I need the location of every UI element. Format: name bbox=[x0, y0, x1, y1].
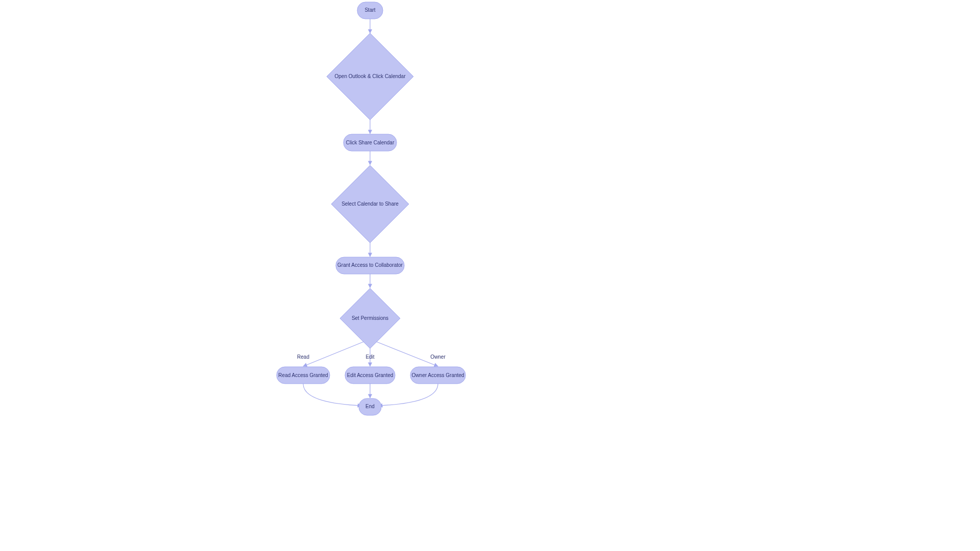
node-end-label: End bbox=[365, 404, 375, 409]
node-grant-access: Grant Access to Collaborator bbox=[336, 257, 404, 274]
node-edit-granted-label: Edit Access Granted bbox=[347, 372, 394, 378]
node-start: Start bbox=[357, 2, 383, 19]
node-click-share-label: Click Share Calendar bbox=[346, 140, 395, 145]
node-click-share: Click Share Calendar bbox=[344, 134, 397, 151]
node-owner-granted: Owner Access Granted bbox=[410, 367, 465, 384]
edge-label-owner: Owner bbox=[430, 354, 446, 360]
node-set-permissions-label: Set Permissions bbox=[352, 315, 388, 321]
node-read-granted: Read Access Granted bbox=[277, 367, 330, 384]
edge-setpermissions-edit: Edit bbox=[365, 348, 374, 366]
node-owner-granted-label: Owner Access Granted bbox=[412, 372, 464, 378]
node-end: End bbox=[359, 398, 381, 415]
node-edit-granted: Edit Access Granted bbox=[345, 367, 395, 384]
edge-setpermissions-read: Read bbox=[297, 342, 363, 366]
node-start-label: Start bbox=[364, 7, 375, 13]
node-select-calendar-label: Select Calendar to Share bbox=[341, 201, 399, 207]
node-set-permissions: Set Permissions bbox=[340, 288, 400, 348]
node-open-outlook-label: Open Outlook & Click Calendar bbox=[335, 73, 406, 79]
node-open-outlook: Open Outlook & Click Calendar bbox=[327, 33, 413, 120]
node-select-calendar: Select Calendar to Share bbox=[331, 165, 409, 243]
edge-label-edit: Edit bbox=[365, 354, 374, 360]
node-grant-access-label: Grant Access to Collaborator bbox=[337, 262, 403, 268]
node-read-granted-label: Read Access Granted bbox=[278, 372, 328, 378]
edge-setpermissions-owner: Owner bbox=[377, 342, 446, 366]
edge-owner-end bbox=[379, 384, 438, 406]
edge-read-end bbox=[303, 384, 361, 406]
edge-label-read: Read bbox=[297, 354, 309, 360]
